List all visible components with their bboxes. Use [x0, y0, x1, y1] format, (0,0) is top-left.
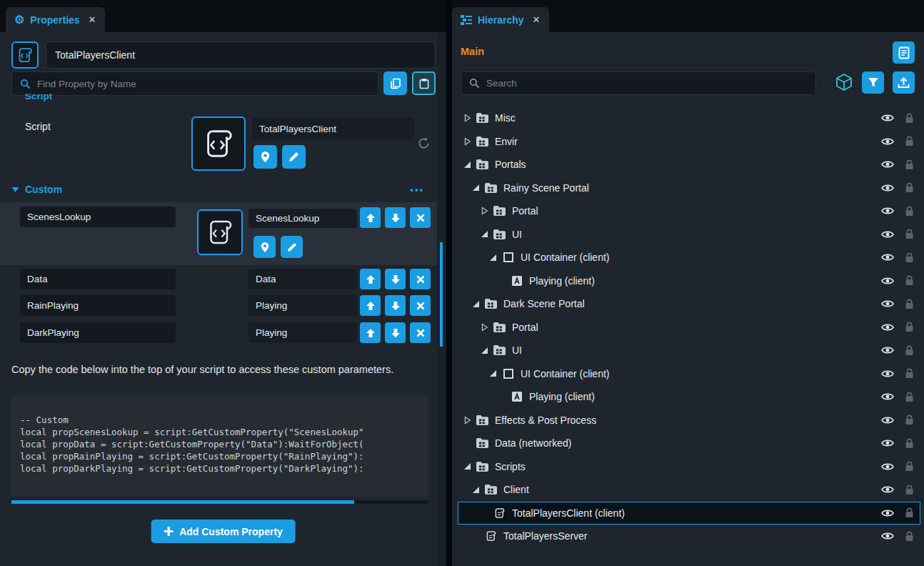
expander-expanded-icon[interactable] — [461, 161, 473, 169]
lock-icon[interactable] — [898, 322, 920, 332]
tree-item-label[interactable]: Envir — [495, 136, 877, 147]
object-name-input[interactable] — [46, 41, 436, 69]
visibility-eye-icon[interactable] — [877, 137, 898, 146]
visibility-eye-icon[interactable] — [877, 532, 898, 540]
expander-expanded-icon[interactable] — [487, 369, 499, 377]
close-icon[interactable]: ✕ — [533, 14, 541, 25]
tree-row[interactable]: Data (networked) — [458, 432, 920, 455]
tree-item-label[interactable]: Client — [503, 484, 877, 495]
tree-row[interactable]: Dark Scene Portal — [458, 292, 920, 316]
tree-row-selected[interactable]: TotalPlayersClient (client) — [458, 502, 920, 525]
property-value-field[interactable]: ScenesLookup — [248, 209, 357, 228]
property-search-input[interactable] — [37, 79, 370, 89]
tree-item-label[interactable]: Playing (client) — [529, 275, 877, 287]
expander-collapsed-icon[interactable] — [478, 207, 491, 215]
lock-icon[interactable] — [898, 507, 920, 518]
tree-row[interactable]: Playing (client) — [458, 385, 920, 409]
expander-expanded-icon[interactable] — [487, 254, 499, 262]
tree-item-label[interactable]: UI — [512, 344, 877, 356]
custom-section-label[interactable]: Custom — [25, 184, 62, 195]
lock-icon[interactable] — [898, 345, 920, 356]
tree-item-label[interactable]: Dark Scene Portal — [503, 298, 877, 309]
move-down-button[interactable] — [385, 207, 406, 228]
lock-icon[interactable] — [898, 275, 920, 286]
tree-row[interactable]: UI — [458, 339, 920, 362]
tree-row[interactable]: Portals — [458, 153, 920, 177]
property-name-field[interactable]: ScenesLookup — [20, 207, 176, 227]
expander-expanded-icon[interactable] — [478, 230, 491, 238]
tree-row[interactable]: Envir — [458, 130, 920, 154]
tree-row[interactable]: TotalPlayersServer — [458, 525, 920, 548]
tree-item-label[interactable]: Rainy Scene Portal — [503, 182, 877, 194]
tree-row[interactable]: Scripts — [458, 455, 920, 479]
copy-properties-button[interactable] — [383, 71, 407, 95]
section-menu-icon[interactable]: ••• — [410, 184, 424, 195]
delete-property-button[interactable] — [410, 207, 431, 228]
tree-item-label[interactable]: UI — [512, 229, 877, 240]
visibility-eye-icon[interactable] — [877, 114, 898, 122]
script-asset-iconbox[interactable] — [191, 116, 246, 171]
tree-item-label[interactable]: Scripts — [495, 461, 877, 472]
property-name-field[interactable]: Data — [20, 269, 176, 289]
tree-item-label[interactable]: UI Container (client) — [521, 252, 877, 263]
tree-item-label[interactable]: Portal — [512, 322, 877, 333]
delete-property-button[interactable] — [410, 322, 431, 343]
expander-expanded-icon[interactable] — [478, 347, 491, 354]
script-generator-button[interactable] — [893, 41, 915, 64]
property-name-field[interactable]: DarkPlaying — [20, 322, 176, 343]
move-up-button[interactable] — [360, 269, 381, 289]
edit-script-button[interactable] — [282, 145, 306, 169]
tree-row[interactable]: UI Container (client) — [458, 362, 920, 386]
property-name-field[interactable]: RainPlaying — [20, 295, 176, 316]
tree-row[interactable]: Portal — [458, 316, 920, 339]
move-down-button[interactable] — [385, 269, 406, 289]
scrollbar-thumb[interactable] — [440, 242, 443, 347]
tab-properties[interactable]: ⚙ Properties ✕ — [6, 7, 105, 32]
visibility-eye-icon[interactable] — [877, 439, 898, 447]
expander-collapsed-icon[interactable] — [478, 323, 491, 332]
lock-icon[interactable] — [898, 252, 920, 263]
expander-expanded-icon[interactable] — [470, 486, 482, 494]
tree-item-label[interactable]: UI Container (client) — [521, 368, 877, 379]
close-icon[interactable]: ✕ — [89, 14, 96, 25]
paste-properties-button[interactable] — [412, 71, 436, 95]
property-value-field[interactable]: Playing — [248, 295, 357, 316]
tree-row[interactable]: UI — [458, 223, 920, 247]
lock-icon[interactable] — [898, 531, 920, 542]
lock-icon[interactable] — [898, 414, 920, 425]
tree-row[interactable]: UI Container (client) — [458, 246, 920, 269]
lock-icon[interactable] — [898, 136, 920, 147]
tree-item-label[interactable]: Effects & Post Process — [495, 414, 877, 426]
lock-icon[interactable] — [898, 368, 920, 379]
tree-item-label[interactable]: Data (networked) — [495, 437, 877, 449]
delete-property-button[interactable] — [410, 295, 431, 316]
expander-expanded-icon[interactable] — [470, 184, 482, 192]
expander-collapsed-icon[interactable] — [461, 114, 473, 122]
reset-property-icon[interactable] — [417, 136, 431, 153]
lock-icon[interactable] — [898, 438, 920, 449]
visibility-eye-icon[interactable] — [877, 299, 898, 308]
visibility-eye-icon[interactable] — [877, 253, 898, 262]
lock-icon[interactable] — [898, 159, 920, 170]
visibility-eye-icon[interactable] — [877, 160, 898, 169]
move-down-button[interactable] — [385, 295, 406, 316]
move-up-button[interactable] — [360, 295, 381, 316]
tree-item-label[interactable]: Portals — [495, 159, 877, 170]
lock-icon[interactable] — [898, 182, 920, 193]
move-up-button[interactable] — [360, 322, 381, 343]
script-asset-value[interactable]: TotalPlayersClient — [252, 118, 414, 139]
visibility-eye-icon[interactable] — [877, 207, 898, 215]
lock-icon[interactable] — [898, 113, 920, 124]
tree-item-label[interactable]: Portal — [512, 205, 877, 217]
scene-name-label[interactable]: Main — [461, 46, 484, 57]
tree-row[interactable]: Effects & Post Process — [458, 409, 920, 432]
move-down-button[interactable] — [385, 322, 406, 343]
export-upload-button[interactable] — [893, 71, 915, 94]
tree-item-label[interactable]: TotalPlayersClient (client) — [512, 507, 877, 519]
expander-collapsed-icon[interactable] — [461, 416, 473, 424]
lock-icon[interactable] — [898, 206, 920, 217]
visibility-eye-icon[interactable] — [877, 462, 898, 471]
tree-row[interactable]: Rainy Scene Portal — [458, 177, 920, 200]
object-cube-icon[interactable] — [836, 74, 852, 94]
visibility-eye-icon[interactable] — [877, 369, 898, 378]
